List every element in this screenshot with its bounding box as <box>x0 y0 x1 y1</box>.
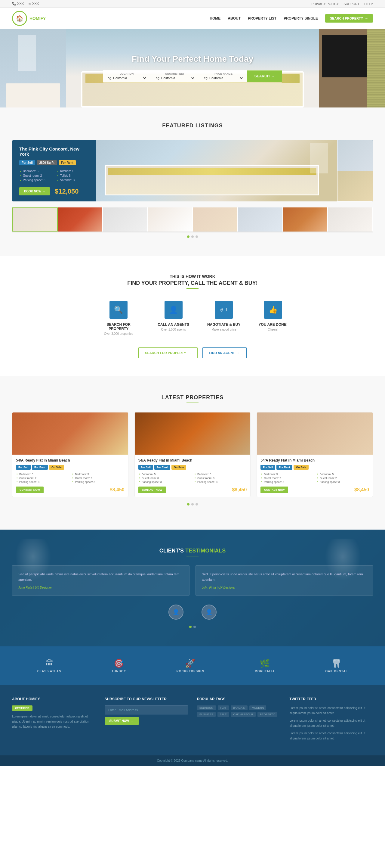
contact-button-1[interactable]: CONTACT NOW <box>16 487 44 493</box>
footer: ABOUT HOMIFY CERTIFIED Lorem ipsum dolor… <box>0 685 385 755</box>
search-property-button[interactable]: SEARCH FOR PROPERTY → <box>138 347 198 358</box>
pfeat-3-2: ⚬ Bedroom: 5 <box>316 473 369 476</box>
thumb-3[interactable] <box>103 208 148 231</box>
help-link[interactable]: HELP <box>364 2 373 6</box>
sqft-field: SQUARE FEET eg. California <box>151 70 199 83</box>
header: 🏠 HOMIFY HOME ABOUT PROPERTY LIST PROPER… <box>0 8 385 29</box>
thumb-dot-1[interactable] <box>187 236 189 238</box>
latest-section: LATEST PROPERTIES 54/A Ready Flat in Mia… <box>0 376 385 530</box>
tag-bedroom[interactable]: BEDROOM <box>197 706 216 710</box>
nav-home[interactable]: HOME <box>210 16 220 21</box>
latest-title: LATEST PROPERTIES <box>12 395 373 401</box>
avatar-2[interactable]: 👤 <box>202 604 217 620</box>
ptag-rent-3: For Rent <box>276 465 292 470</box>
logo: 🏠 HOMIFY <box>12 11 46 26</box>
call-agents-icon: 👤 <box>165 301 183 319</box>
prop-dot-1[interactable] <box>187 503 189 505</box>
how-divider <box>186 288 199 289</box>
avatar-1[interactable]: 👤 <box>168 604 183 620</box>
thumb-4[interactable] <box>148 208 193 231</box>
ptag-sell-2: For Sell <box>138 465 153 470</box>
property-image-3 <box>257 412 373 455</box>
find-agent-button[interactable]: FIND AN AGENT → <box>202 347 246 358</box>
nav-property-list[interactable]: PROPERTY LIST <box>248 16 276 21</box>
contact-button-3[interactable]: CONTACT NOW <box>260 487 288 493</box>
testimonial-text-2: Sed ut perspiciatis unde omnis iste natu… <box>202 572 366 582</box>
sqft-select[interactable]: eg. California <box>154 76 195 80</box>
footer-about-title: ABOUT HOMIFY <box>12 697 96 701</box>
step-done-title: You Are Done! <box>259 322 287 327</box>
tweet-1: Lorem ipsum dolor sit amet, consectetur … <box>290 706 373 716</box>
footer-newsletter-col: SUBSCRIBE TO OUR NEWSLETTER SUBMIT NOW → <box>105 697 188 743</box>
email-info: ✉ XXX <box>29 2 39 6</box>
tag-flat[interactable]: FLAT <box>218 706 229 710</box>
logo-text: HOMIFY <box>30 16 46 21</box>
tag-modern[interactable]: MODERN <box>249 706 266 710</box>
thumb-dots <box>12 232 373 241</box>
top-bar-right: PRIVACY POLICY SUPPORT HELP <box>312 2 373 6</box>
ptag-sell-1: For Sell <box>16 465 31 470</box>
pfeat-3-6: ⚬ Parking space: 3 <box>316 480 369 484</box>
pfeat-2-5: ⚬ Parking space: 3 <box>138 480 191 484</box>
property-title-2: 54/A Ready Flat in Miami Beach <box>138 458 247 462</box>
properties-grid: 54/A Ready Flat in Miami Beach For Sell … <box>12 412 373 497</box>
support-link[interactable]: SUPPORT <box>344 2 359 6</box>
tag-property[interactable]: PROPERTY <box>257 712 277 717</box>
test-dot-2[interactable] <box>194 626 196 628</box>
thumb-2[interactable] <box>58 208 103 231</box>
book-now-button[interactable]: BOOK NOW → <box>19 187 50 195</box>
nav-property-single[interactable]: PROPERTY SINGLE <box>284 16 318 21</box>
thumb-5[interactable] <box>193 208 238 231</box>
feature-guestroom: ⚬ Guest room: 2 <box>19 174 52 177</box>
thumb-8[interactable] <box>328 208 373 231</box>
tag-oak-harbour[interactable]: OAK HARBOUR <box>231 712 256 717</box>
contact-button-2[interactable]: CONTACT NOW <box>138 487 166 493</box>
tag-sale[interactable]: SALE <box>217 712 229 717</box>
pillow-image <box>108 168 316 175</box>
pfeat-1-4: ⚬ Guest room: 2 <box>72 476 124 479</box>
newsletter-submit-button[interactable]: SUBMIT NOW → <box>105 717 139 725</box>
newsletter-email-input[interactable] <box>105 706 188 714</box>
window-blinds <box>367 29 385 107</box>
thumb-6[interactable] <box>238 208 283 231</box>
step-negotiate-title: Nagotiate & Buy <box>207 322 240 327</box>
privacy-link[interactable]: PRIVACY POLICY <box>312 2 339 6</box>
step-negotiate-sub: Make a good price <box>207 328 240 331</box>
nav-about[interactable]: ABOUT <box>228 16 241 21</box>
prop-dot-3[interactable] <box>196 503 198 505</box>
pfeat-3-1: ⚬ Bedroom: 5 <box>260 473 313 476</box>
tag-bargain[interactable]: BARGAIN <box>231 706 248 710</box>
nav-search-button[interactable]: SEARCH PROPERTY → <box>325 14 373 23</box>
featured-main-image <box>96 140 337 202</box>
prop-dot-2[interactable] <box>191 503 194 505</box>
step-search-sub: Over 3,000 properties <box>98 332 140 335</box>
thumb-dot-3[interactable] <box>196 236 198 238</box>
footer-badge: CERTIFIED <box>12 706 33 711</box>
ptag-sale-2: On Sale <box>171 465 186 470</box>
property-card-3: 54/A Ready Flat in Miami Beach For Sell … <box>256 412 373 497</box>
ptag-sale-3: On Sale <box>293 465 309 470</box>
location-select[interactable]: eg. California <box>106 76 147 80</box>
step-done: 👍 You Are Done! Cheers! <box>259 301 287 335</box>
price-select[interactable]: eg. California <box>203 76 244 80</box>
logo-house-icon: 🏠 <box>16 15 24 22</box>
property-tags-2: For Sell For Rent On Sale <box>138 465 247 470</box>
thumb-1[interactable] <box>12 208 58 231</box>
thumb-dot-2[interactable] <box>191 236 194 238</box>
copyright-text: Copyright © 2025 Company name All rights… <box>157 759 228 762</box>
tag-business[interactable]: BUSINESS <box>197 712 216 717</box>
testimonial-author-2: John Finta | UX Designer <box>202 586 366 589</box>
tweet-2: Lorem ipsum dolor sit amet, consectetur … <box>290 718 373 728</box>
how-buttons: SEARCH FOR PROPERTY → FIND AN AGENT → <box>12 347 373 358</box>
feature-varanda: ⚬ Varanda: 3 <box>57 179 89 182</box>
partner-oakdental: 🦷 Oak Dental <box>325 658 348 673</box>
pfeat-1-1: ⚬ Bedroom: 5 <box>16 473 69 476</box>
test-dot-1[interactable] <box>189 626 191 628</box>
thumb-7[interactable] <box>283 208 328 231</box>
logo-circle: 🏠 <box>12 11 27 26</box>
featured-bottom: BOOK NOW → $12,050 <box>19 187 89 195</box>
pfeat-1-5: ⚬ Parking space: 3 <box>16 480 69 484</box>
pfeat-1-6: ⚬ Parking space: 3 <box>72 480 124 484</box>
hero-search-button[interactable]: SEARCH → <box>247 70 282 82</box>
pfeat-3-4: ⚬ Guest room: 2 <box>316 476 369 479</box>
